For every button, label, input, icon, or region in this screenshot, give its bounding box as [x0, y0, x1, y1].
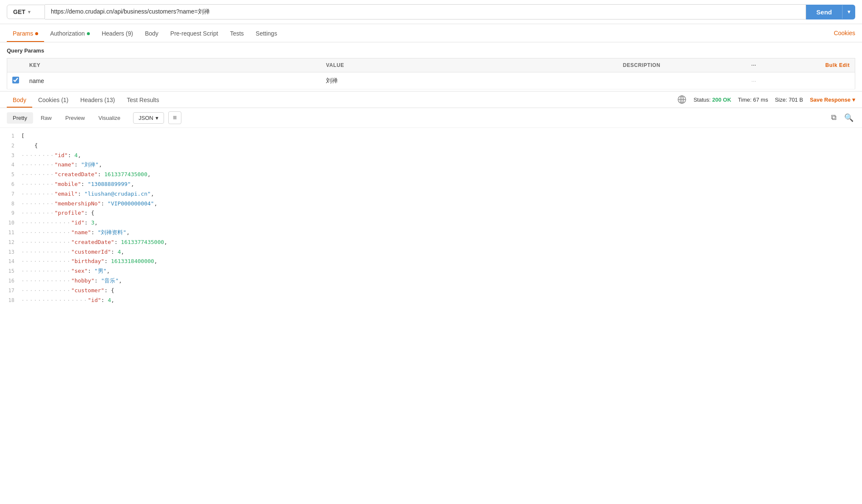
format-tab-raw[interactable]: Raw — [35, 112, 58, 124]
response-tabs-bar: Body Cookies (1) Headers (13) Test Resul… — [0, 91, 862, 108]
request-tabs: Params Authorization Headers (9) Body Pr… — [0, 24, 862, 42]
tab-body[interactable]: Body — [139, 24, 164, 42]
query-params-title: Query Params — [7, 47, 855, 54]
tab-settings[interactable]: Settings — [250, 24, 283, 42]
method-chevron-icon: ▾ — [28, 9, 31, 15]
size-label: Size: 701 B — [775, 97, 803, 103]
params-table: KEY VALUE DESCRIPTION ··· Bulk Edit name… — [7, 58, 855, 89]
tab-headers-label: Headers (9) — [102, 30, 133, 37]
method-label: GET — [13, 8, 25, 15]
json-line-1: 1 [ — [0, 131, 862, 141]
response-tab-cookies-label: Cookies (1) — [38, 97, 69, 103]
response-tab-headers[interactable]: Headers (13) — [75, 91, 121, 108]
tab-prerequest-label: Pre-request Script — [170, 30, 218, 37]
url-bar: GET ▾ Send ▾ — [0, 0, 862, 24]
format-bar: Pretty Raw Preview Visualize JSON ▾ ≡ ⧉ … — [0, 108, 862, 128]
tab-headers[interactable]: Headers (9) — [96, 24, 139, 42]
col-dots: ··· — [745, 58, 762, 72]
response-body[interactable]: 1 [ 2 { 3 ········"id": 4, 4 ········"na… — [0, 128, 862, 308]
response-tab-body-label: Body — [13, 97, 26, 103]
json-line-16: 16 ············"hobby": "音乐", — [0, 276, 862, 286]
save-response-label: Save Response — [810, 97, 851, 103]
tab-params-label: Params — [13, 30, 33, 37]
send-dropdown-icon[interactable]: ▾ — [842, 5, 855, 19]
response-section: Body Cookies (1) Headers (13) Test Resul… — [0, 91, 862, 308]
tab-prerequest[interactable]: Pre-request Script — [164, 24, 224, 42]
response-tab-testresults-label: Test Results — [127, 97, 159, 103]
tab-settings-label: Settings — [256, 30, 277, 37]
json-line-18: 18 ················"id": 4, — [0, 296, 862, 305]
json-format-select[interactable]: JSON ▾ — [133, 112, 164, 124]
json-line-15: 15 ············"sex": "男", — [0, 266, 862, 276]
method-select[interactable]: GET ▾ — [7, 5, 45, 19]
format-tab-pretty[interactable]: Pretty — [7, 112, 33, 124]
tab-body-label: Body — [145, 30, 158, 37]
json-line-13: 13 ············"customerId": 4, — [0, 247, 862, 257]
tab-params[interactable]: Params — [7, 24, 44, 42]
json-line-4: 4 ········"name": "刘禅", — [0, 160, 862, 170]
params-dot — [35, 32, 38, 35]
response-tab-testresults[interactable]: Test Results — [121, 91, 165, 108]
json-line-8: 8 ········"membershipNo": "VIP000000004"… — [0, 199, 862, 209]
json-line-14: 14 ············"birthday": 1613318400000… — [0, 257, 862, 266]
response-tab-cookies[interactable]: Cookies (1) — [32, 91, 75, 108]
send-button[interactable]: Send ▾ — [806, 5, 855, 19]
status-label: Status: 200 OK — [693, 97, 731, 103]
json-line-5: 5 ········"createdDate": 1613377435000, — [0, 170, 862, 180]
table-row: name 刘禅 ··· — [7, 72, 855, 89]
tab-tests-label: Tests — [230, 30, 244, 37]
query-params-section: Query Params KEY VALUE DESCRIPTION ··· B… — [0, 42, 862, 89]
json-line-10: 10 ············"id": 3, — [0, 218, 862, 228]
format-tab-visualize[interactable]: Visualize — [92, 112, 126, 124]
json-line-12: 12 ············"createdDate": 1613377435… — [0, 238, 862, 247]
filter-button[interactable]: ≡ — [168, 111, 181, 124]
col-key: KEY — [24, 58, 321, 72]
param-dots: ··· — [745, 72, 762, 89]
url-input[interactable] — [45, 4, 806, 19]
row-checkbox-cell — [7, 72, 25, 89]
json-line-7: 7 ········"email": "liushan@crudapi.cn", — [0, 189, 862, 199]
json-line-6: 6 ········"mobile": "13088889999", — [0, 180, 862, 189]
status-ok: 200 OK — [712, 97, 731, 103]
search-icon[interactable]: 🔍 — [843, 111, 855, 124]
param-description[interactable] — [618, 72, 745, 89]
size-value: 701 B — [789, 97, 803, 103]
save-response-button[interactable]: Save Response ▾ — [810, 97, 855, 103]
send-label: Send — [806, 5, 842, 19]
authorization-dot — [87, 32, 90, 35]
json-content: 1 [ 2 { 3 ········"id": 4, 4 ········"na… — [0, 128, 862, 308]
row-checkbox[interactable] — [12, 77, 19, 83]
json-format-label: JSON — [139, 115, 153, 121]
response-tab-headers-label: Headers (13) — [81, 97, 115, 103]
json-line-3: 3 ········"id": 4, — [0, 151, 862, 161]
json-line-2: 2 { — [0, 141, 862, 151]
globe-icon — [677, 95, 687, 104]
param-extra — [762, 72, 855, 89]
time-label: Time: 67 ms — [738, 97, 768, 103]
format-bar-right: ⧉ 🔍 — [829, 111, 855, 124]
response-tab-body[interactable]: Body — [7, 91, 32, 108]
tab-authorization[interactable]: Authorization — [44, 24, 96, 42]
response-meta: Status: 200 OK Time: 67 ms Size: 701 B S… — [677, 95, 855, 104]
json-line-9: 9 ········"profile": { — [0, 208, 862, 218]
save-response-chevron: ▾ — [852, 97, 855, 103]
cookies-link[interactable]: Cookies — [834, 30, 855, 36]
param-value[interactable]: 刘禅 — [321, 72, 617, 89]
tab-authorization-label: Authorization — [50, 30, 85, 37]
tab-tests[interactable]: Tests — [224, 24, 250, 42]
json-format-chevron: ▾ — [156, 115, 158, 121]
format-tab-preview[interactable]: Preview — [59, 112, 91, 124]
param-key[interactable]: name — [24, 72, 321, 89]
json-line-17: 17 ············"customer": { — [0, 286, 862, 296]
col-description: DESCRIPTION — [618, 58, 745, 72]
bulk-edit-button[interactable]: Bulk Edit — [762, 58, 855, 72]
json-line-11: 11 ············"name": "刘禅资料", — [0, 228, 862, 238]
copy-icon[interactable]: ⧉ — [829, 111, 838, 124]
time-value: 67 ms — [753, 97, 768, 103]
col-value: VALUE — [321, 58, 617, 72]
